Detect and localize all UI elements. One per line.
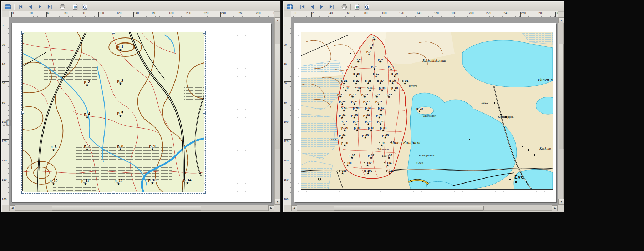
selection-handle-ne[interactable]	[203, 31, 206, 34]
star-icon: ★	[84, 84, 90, 86]
star-icon: ★	[366, 53, 371, 55]
atlas-preview-button[interactable]	[285, 2, 294, 11]
sample-point: p_41★	[337, 93, 344, 98]
first-feature-button[interactable]	[298, 2, 307, 11]
star-icon: ★	[377, 123, 384, 125]
horizontal-scrollbar[interactable]: ◀ ▶	[291, 205, 558, 211]
vertical-scrollbar[interactable]: ▲ ▼	[558, 17, 564, 205]
map-item[interactable]: p_1★p_2★p_3★p_4★p_5★p_6★p_7★p_8★p_9★p_10…	[22, 32, 204, 192]
star-icon: ★	[341, 110, 347, 111]
scroll-left-button[interactable]: ◀	[291, 205, 297, 211]
next-feature-button[interactable]	[35, 2, 45, 11]
atlas-preview-button[interactable]	[3, 2, 12, 11]
first-feature-button[interactable]	[16, 2, 25, 11]
star-icon: ★	[337, 96, 344, 98]
ruler-label: 280	[255, 12, 260, 17]
selection-handle-e[interactable]	[203, 111, 206, 114]
selection-handle-sw[interactable]	[21, 191, 24, 194]
sample-point: p_71★	[341, 120, 347, 125]
toolbar	[2, 2, 280, 12]
sample-point: p_6★	[356, 58, 361, 63]
star-icon: ★	[341, 123, 347, 125]
sample-points-layer: p_1★p_2★p_3★p_4★p_5★p_6★p_7★p_8★p_9★p_10…	[23, 32, 204, 192]
scroll-right-button[interactable]: ▶	[552, 205, 558, 211]
toolbar-separator	[296, 4, 296, 10]
ruler-corner	[2, 11, 10, 17]
sample-point: p_25★	[365, 79, 371, 84]
ruler-label: 180	[2, 197, 9, 201]
toolbar-separator	[350, 4, 351, 10]
sample-point: p_14★	[183, 178, 192, 184]
ruler-label: 40	[2, 62, 9, 66]
scroll-up-button[interactable]: ▲	[275, 17, 280, 23]
horizontal-scrollbar-thumb[interactable]	[52, 206, 201, 211]
scroll-down-button[interactable]: ▼	[558, 199, 564, 205]
sample-point: p_56★	[341, 106, 347, 111]
selection-handle-se[interactable]	[203, 191, 206, 194]
sample-point: p_83★	[380, 126, 386, 131]
scroll-down-icon: ▼	[560, 201, 563, 203]
star-icon: ★	[349, 157, 355, 159]
sample-point: p_62★	[378, 106, 384, 111]
star-icon: ★	[353, 123, 359, 125]
map-item[interactable]: RushollinkangasRivieraYlinen R125.5Kukko…	[301, 32, 553, 190]
previous-feature-button[interactable]	[308, 2, 317, 11]
last-feature-button[interactable]	[327, 2, 336, 11]
ruler-label: 120	[2, 139, 9, 143]
composer-canvas[interactable]: RushollinkangasRivieraYlinen R125.5Kukko…	[291, 17, 558, 205]
scroll-left-button[interactable]: ◀	[10, 205, 15, 211]
ruler-label: 60	[2, 81, 9, 85]
star-icon: ★	[374, 96, 380, 98]
star-icon: ★	[386, 157, 392, 159]
selection-handle-n[interactable]	[112, 31, 115, 34]
export-pdf-button[interactable]	[80, 2, 90, 11]
export-pdf-button[interactable]	[362, 2, 371, 11]
scrollbar-corner	[558, 205, 564, 211]
selection-handle-w[interactable]	[21, 111, 24, 114]
vertical-scrollbar[interactable]: ▲ ▼	[274, 17, 280, 205]
star-icon: ★	[389, 82, 396, 84]
scroll-right-button[interactable]: ▶	[268, 205, 274, 211]
star-icon: ★	[391, 90, 398, 91]
export-image-icon	[354, 4, 360, 10]
first-feature-icon	[17, 4, 24, 10]
star-icon: ★	[349, 96, 356, 98]
sample-point: p_4★	[366, 50, 371, 55]
horizontal-scrollbar[interactable]: ◀ ▶	[9, 205, 274, 211]
vertical-scrollbar-thumb[interactable]	[559, 44, 564, 149]
next-feature-button[interactable]	[317, 2, 326, 11]
sample-point: p_73★	[353, 120, 359, 125]
sample-point: p_9★	[378, 58, 383, 63]
ruler-label: 140	[284, 159, 291, 162]
print-button[interactable]	[58, 2, 67, 11]
star-icon: ★	[355, 90, 361, 91]
scroll-up-button[interactable]: ▲	[558, 17, 564, 23]
export-pdf-icon	[364, 4, 370, 10]
star-icon: ★	[368, 157, 374, 159]
print-button[interactable]	[340, 2, 349, 11]
composer-canvas[interactable]: p_1★p_2★p_3★p_4★p_5★p_6★p_7★p_8★p_9★p_10…	[9, 17, 274, 205]
star-icon: ★	[402, 82, 408, 84]
previous-feature-button[interactable]	[26, 2, 35, 11]
export-image-button[interactable]	[353, 2, 362, 11]
ruler-label: 0	[294, 12, 296, 17]
selection-handle-nw[interactable]	[21, 31, 24, 34]
star-icon: ★	[373, 75, 379, 77]
star-icon: ★	[356, 61, 361, 63]
print-icon	[59, 4, 66, 10]
selection-handle-s[interactable]	[112, 191, 115, 194]
sample-point: p_14★	[388, 65, 394, 70]
scroll-down-button[interactable]: ▼	[275, 199, 280, 205]
ruler-label: 80	[364, 12, 367, 17]
vertical-scrollbar-thumb[interactable]	[275, 44, 280, 149]
last-feature-button[interactable]	[45, 2, 54, 11]
sample-point: p_66★	[351, 114, 358, 119]
horizontal-scrollbar-thumb[interactable]	[334, 206, 484, 211]
export-image-button[interactable]	[71, 2, 80, 11]
star-icon: ★	[382, 137, 389, 139]
sample-point: p_100★	[344, 161, 352, 166]
sample-point: p_34★	[355, 86, 361, 91]
ruler-label: 80	[2, 101, 9, 104]
star-icon: ★	[375, 103, 382, 105]
sample-point: p_5★	[117, 111, 123, 117]
